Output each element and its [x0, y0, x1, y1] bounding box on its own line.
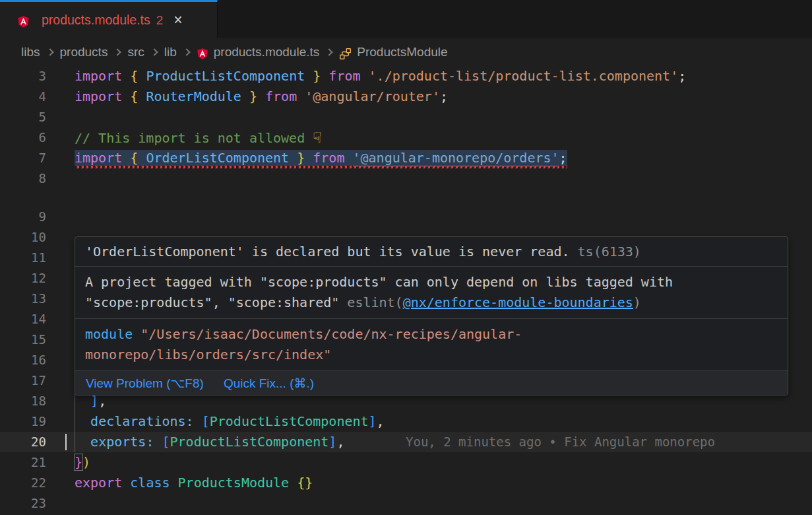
code-line[interactable]: 19 declarations: [ProductListComponent],	[0, 411, 812, 432]
code-line-text: import { RouterModule } from '@angular/r…	[75, 86, 448, 107]
tab-bar: products.module.ts 2 ×	[0, 0, 812, 38]
line-number: 18	[0, 391, 46, 411]
git-blame-annotation: You, 2 minutes ago • Fix Angular monorep…	[406, 432, 715, 452]
code-line-text: })	[75, 452, 90, 473]
code-editor[interactable]: 3import { ProductListComponent } from '.…	[0, 66, 812, 515]
code-token	[138, 88, 146, 104]
code-line[interactable]: 23	[0, 493, 812, 514]
code-token	[138, 150, 146, 166]
breadcrumb-item-symbol[interactable]: ProductsModule	[357, 45, 447, 59]
code-token: ProductListComponent	[146, 68, 305, 84]
breadcrumb-item-products[interactable]: products	[60, 45, 108, 59]
code-token	[170, 475, 178, 491]
line-number: 5	[0, 107, 46, 127]
code-token: }	[75, 454, 82, 470]
chevron-right-icon	[46, 48, 53, 55]
line-number: 11	[0, 248, 46, 268]
code-token: RouterModule	[146, 88, 241, 104]
line-number: 21	[0, 452, 46, 473]
code-line[interactable]: 20 exports: [ProductListComponent],You, …	[0, 432, 812, 452]
code-token: ProductListComponent	[210, 413, 369, 429]
code-line[interactable]: 8	[0, 168, 812, 189]
code-line[interactable]: 21})	[0, 452, 812, 473]
line-number: 15	[0, 329, 46, 350]
line-number: 7	[0, 148, 46, 168]
code-token: }	[297, 150, 305, 166]
code-token	[122, 150, 130, 166]
line-number: 8	[0, 168, 46, 189]
code-token: ]	[369, 413, 377, 429]
code-token	[257, 88, 265, 104]
code-token: declarations	[90, 413, 186, 429]
close-icon[interactable]: ×	[173, 13, 182, 28]
code-line[interactable]: 7import { OrderListComponent } from '@an…	[0, 148, 812, 168]
tab-title: products.module.ts	[42, 13, 150, 28]
problem-message-ts: 'OrderListComponent' is declared but its…	[75, 237, 788, 267]
code-token: ProductListComponent	[170, 434, 329, 450]
line-number: 6	[0, 127, 46, 148]
quick-fix-button[interactable]: Quick Fix... (⌘.)	[224, 376, 314, 391]
text-cursor	[65, 434, 67, 450]
class-symbol-icon	[339, 48, 352, 60]
code-token: export	[75, 475, 122, 491]
code-line[interactable]: 6// This import is not allowed ☟	[0, 127, 812, 148]
hover-status-bar: View Problem (⌥F8) Quick Fix... (⌘.)	[75, 371, 788, 395]
code-line[interactable]: 3import { ProductListComponent } from '.…	[0, 66, 812, 86]
code-token: ,	[336, 434, 344, 450]
code-token: ;	[440, 88, 448, 104]
chevron-right-icon	[183, 48, 190, 55]
code-token: from	[328, 68, 360, 84]
line-number: 23	[0, 493, 46, 514]
code-token: [	[162, 434, 170, 450]
code-line-text: import { ProductListComponent } from './…	[75, 66, 686, 86]
breadcrumb-item-libs[interactable]: libs	[21, 45, 40, 59]
breadcrumb-item-file[interactable]: products.module.ts	[214, 45, 320, 59]
line-number: 22	[0, 473, 46, 493]
line-number: 17	[0, 370, 46, 391]
code-token: }	[313, 68, 321, 84]
breadcrumb: libs products src lib products.module.ts…	[0, 38, 812, 66]
code-line[interactable]: 4import { RouterModule } from '@angular/…	[0, 86, 812, 107]
code-token: OrderListComponent	[146, 150, 289, 166]
code-line-text: // This import is not allowed ☟	[75, 127, 321, 149]
breadcrumb-item-src[interactable]: src	[127, 45, 144, 59]
code-token: '@angular-monorepo/orders'	[353, 150, 559, 166]
code-token: :	[146, 434, 154, 450]
code-token	[241, 88, 249, 104]
line-number: 13	[0, 289, 46, 309]
code-token	[305, 68, 313, 84]
view-problem-button[interactable]: View Problem (⌥F8)	[86, 376, 204, 391]
code-line[interactable]: 5	[0, 107, 812, 127]
code-token: ;	[559, 150, 567, 166]
line-number: 12	[0, 268, 46, 289]
code-token: './product-list/product-list.component'	[369, 68, 679, 84]
angular-icon	[197, 48, 208, 60]
line-number: 14	[0, 309, 46, 329]
tab-products-module[interactable]: products.module.ts 2 ×	[0, 0, 218, 38]
line-number: 19	[0, 411, 46, 432]
hover-spacer	[0, 189, 812, 207]
code-token: ProductsModule	[178, 475, 290, 491]
code-token: // This import is not allowed	[75, 130, 313, 146]
ts-error-code: ts(6133)	[570, 244, 641, 259]
chevron-right-icon	[326, 48, 333, 55]
code-token: '@angular/router'	[305, 88, 440, 104]
code-token	[321, 68, 328, 84]
code-token	[75, 434, 90, 450]
code-line-text: exports: [ProductListComponent],	[75, 432, 344, 452]
line-number: 16	[0, 350, 46, 370]
problem-hover-popup: 'OrderListComponent' is declared but its…	[75, 236, 788, 395]
tab-problem-count: 2	[156, 13, 164, 28]
code-token	[122, 88, 130, 104]
code-line[interactable]: 9	[0, 207, 812, 227]
code-token	[122, 475, 130, 491]
code-line[interactable]: 22export class ProductsModule {}	[0, 473, 812, 493]
eslint-rule-link[interactable]: @nx/enforce-module-boundaries	[403, 294, 633, 310]
code-token: exports	[90, 434, 146, 450]
code-token: ;	[678, 68, 686, 84]
breadcrumb-item-lib[interactable]: lib	[164, 45, 177, 59]
code-token: {	[130, 68, 138, 84]
code-token	[122, 68, 130, 84]
angular-icon	[17, 15, 30, 28]
code-token: ,	[377, 413, 385, 429]
